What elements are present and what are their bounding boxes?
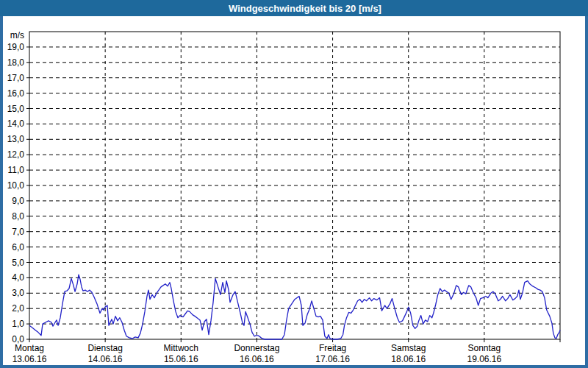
chart-title: Windgeschwindigkeit bis 20 [m/s]	[229, 3, 381, 14]
x-date-label: 15.06.16	[164, 354, 198, 364]
x-weekday-label: Montag	[15, 343, 44, 353]
y-tick-label: 11,0	[8, 165, 25, 175]
y-tick-label: 5,0	[12, 258, 24, 268]
y-tick-label: 10,0	[7, 180, 25, 191]
x-weekday-label: Dienstag	[87, 343, 122, 353]
y-tick-label: 8,0	[12, 211, 24, 222]
x-date-label: 16.06.16	[240, 354, 274, 364]
y-tick-label: 12,0	[7, 149, 25, 160]
x-weekday-label: Samstag	[391, 343, 426, 353]
y-tick-label: 15,0	[7, 104, 25, 114]
x-weekday-label: Sonntag	[467, 343, 501, 353]
x-date-label: 13.06.16	[12, 354, 47, 364]
y-tick-label: 19,0	[7, 42, 25, 52]
y-tick-label: 4,0	[12, 272, 24, 283]
x-weekday-label: Freitag	[319, 343, 346, 353]
y-tick-label: 1,0	[12, 319, 24, 329]
y-tick-label: 6,0	[12, 242, 24, 252]
x-date-label: 19.06.16	[467, 354, 501, 364]
x-date-label: 18.06.16	[391, 354, 426, 364]
y-tick-label: 14,0	[7, 118, 25, 129]
y-tick-label: 16,0	[7, 88, 25, 99]
y-tick-label: 2,0	[12, 303, 24, 314]
y-tick-label: 18,0	[7, 57, 25, 68]
y-axis-unit-label: m/s	[10, 30, 24, 40]
x-weekday-label: Donnerstag	[234, 343, 279, 353]
y-tick-label: 13,0	[7, 134, 25, 144]
y-tick-label: 9,0	[12, 196, 24, 206]
y-tick-label: 7,0	[12, 227, 24, 237]
x-date-label: 17.06.16	[315, 354, 350, 364]
plot-area: 19,018,017,016,015,014,013,012,011,010,0…	[7, 30, 560, 364]
x-date-label: 14.06.16	[88, 354, 123, 364]
y-tick-label: 17,0	[7, 73, 25, 83]
x-weekday-label: Mittwoch	[164, 343, 198, 353]
wind-speed-chart: Windgeschwindigkeit bis 20 [m/s] 19,018,…	[0, 0, 588, 368]
y-tick-label: 3,0	[12, 288, 24, 298]
wind-speed-chart-window: Windgeschwindigkeit bis 20 [m/s] 19,018,…	[0, 0, 588, 368]
